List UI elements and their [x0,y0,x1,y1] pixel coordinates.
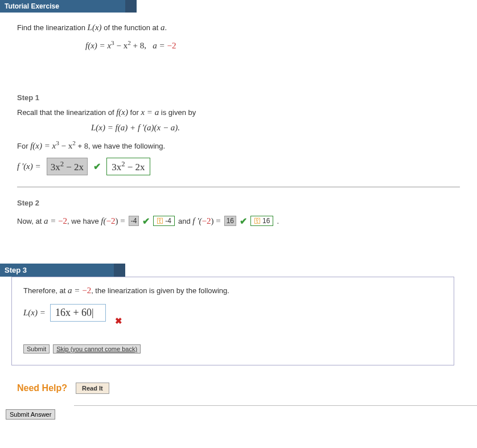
locked-answer-3: 16 [224,216,236,226]
need-help-row: Need Help? Read It [17,383,477,394]
problem-prompt: Find the linearization L(x) of the funct… [17,23,460,32]
a-sym: a [161,23,165,32]
fx-rest: − x [114,41,128,50]
key-answer-1: ⚿-4 [153,216,175,226]
s3-pre: Therefore, at [23,286,68,295]
s2-and: and [178,217,192,225]
s2-fpclose: ) = [211,216,220,225]
green-answer-1: 3x2 − 2x [106,158,150,175]
step1-header: Step 1 [17,93,460,102]
step3-box: Therefore, at a = −2, the linearization … [11,277,454,365]
step2-row: Now, at a = −2, we have f(−2) = -4 ✔ ⚿-4… [17,216,460,227]
key-icon: ⚿ [254,217,261,225]
locked-answer-1: 3x2 − 2x [47,158,88,175]
locked-answer-2: -4 [129,216,139,226]
check-icon: ✔ [142,216,150,227]
s2-mid: , we have [67,217,101,225]
submit-answer-button[interactable]: Submit Answer [6,409,55,420]
s2-fpeq: f '( [192,216,202,225]
recall-mid: for [128,108,141,117]
s3-aeq: a = [68,286,82,295]
lx-input[interactable]: 16x + 60| [50,304,106,322]
a-val: −2 [167,41,176,50]
x-icon: ✖ [115,316,122,326]
prompt-text: Find the linearization [17,23,88,32]
a-eq: a = [153,41,167,50]
tutorial-exercise-tab: Tutorial Exercise [0,0,137,13]
lx-label: L(x) = [23,308,46,317]
fprime-row: f '(x) = 3x2 − 2x ✔ 3x2 − 2x [17,158,460,175]
fx-part: f(x) = x [85,41,111,50]
s2-aeq: a = [44,216,58,225]
for-tail: + 8, we have the following. [76,142,165,150]
key-icon: ⚿ [157,217,163,225]
step1-for: For f(x) = x3 − x2 + 8, we have the foll… [17,139,460,151]
s2-fclose: ) = [115,216,125,225]
read-it-button[interactable]: Read It [76,383,109,394]
recall-post: is given by [159,108,196,117]
skip-button[interactable]: Skip (you cannot come back) [53,344,141,354]
fx-tail: + 8, [131,41,146,50]
s2-neg2b: −2 [202,216,211,225]
prompt-text2: of the function at [102,23,161,32]
step2-header: Step 2 [17,199,460,207]
submit-button[interactable]: Submit [23,344,50,354]
for-pre: For [17,142,30,150]
check-icon: ✔ [240,216,247,227]
problem-formula: f(x) = x3 − x2 + 8, a = −2 [85,39,460,51]
linearization-formula: L(x) = f(a) + f '(a)(x − a). [91,123,460,133]
s3-post: , the linearization is given by the foll… [91,286,229,295]
s2-feq: f( [101,216,106,225]
step3-tab: Step 3 [0,264,125,277]
s2-pre: Now, at [17,217,44,225]
for-fx: f(x) = x [30,141,56,150]
fprime-label: f '(x) = [17,162,41,171]
recall-pre: Recall that the linearization of [17,108,116,117]
check-icon: ✔ [93,161,101,172]
divider-1 [17,187,460,187]
s2-neg2a: −2 [106,216,116,225]
need-help-label: Need Help? [17,383,67,393]
lx-sym: L(x) [88,23,102,32]
s2-aval: −2 [58,216,67,225]
s3-aval: −2 [82,286,91,295]
step1-recall: Recall that the linearization of f(x) fo… [17,108,460,117]
key-answer-2: ⚿16 [250,216,273,226]
for-rest: − x [59,141,72,150]
recall-fx: f(x) [116,108,128,117]
recall-xa: x = a [141,108,159,117]
step3-text: Therefore, at a = −2, the linearization … [23,286,442,295]
